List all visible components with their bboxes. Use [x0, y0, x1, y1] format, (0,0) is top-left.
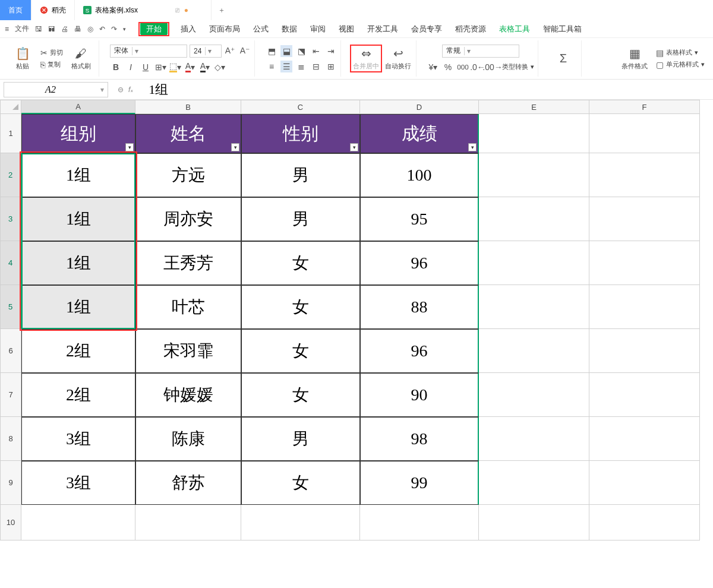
merge-center-button[interactable]: ⇔ 合并居中 — [352, 46, 380, 71]
redo-icon[interactable]: ↷ — [111, 25, 117, 33]
cell[interactable] — [479, 197, 589, 241]
cell[interactable] — [589, 241, 700, 285]
cell-gender[interactable]: 女 — [241, 461, 360, 505]
cell-group[interactable]: 3组 — [21, 461, 135, 505]
col-header-F[interactable]: F — [589, 100, 700, 114]
cell-score[interactable]: 90 — [360, 373, 479, 417]
cell[interactable] — [360, 505, 479, 540]
indent-increase-icon[interactable]: ⇥ — [325, 45, 337, 57]
row-header-1[interactable]: 1 — [0, 114, 21, 153]
col-header-B[interactable]: B — [135, 100, 241, 114]
wrap-text-button[interactable]: ↩ 自动换行 — [384, 46, 412, 71]
print-icon[interactable]: 🖶 — [74, 25, 81, 33]
menu-page-layout[interactable]: 页面布局 — [209, 24, 240, 34]
underline-button[interactable]: U — [140, 61, 152, 73]
increase-font-icon[interactable]: A⁺ — [224, 45, 236, 56]
app-menu-icon[interactable]: ≡ — [5, 25, 9, 33]
menu-start[interactable]: 开始 — [140, 23, 168, 35]
border-button[interactable]: ⊞▾ — [154, 61, 166, 73]
format-painter-button[interactable]: 🖌 格式刷 — [67, 47, 95, 71]
cell[interactable] — [589, 197, 700, 241]
align-center-icon[interactable]: ☰ — [280, 61, 292, 72]
col-header-D[interactable]: D — [360, 100, 479, 114]
cell[interactable] — [479, 153, 589, 197]
italic-button[interactable]: I — [125, 61, 137, 73]
col-header-C[interactable]: C — [241, 100, 360, 114]
cell[interactable] — [479, 114, 589, 153]
undo-icon[interactable]: ↶ — [99, 25, 105, 33]
align-right-icon[interactable]: ≣ — [295, 61, 307, 72]
select-all-corner[interactable] — [0, 100, 21, 114]
menu-table-tools[interactable]: 表格工具 — [499, 24, 530, 34]
cell[interactable] — [589, 505, 700, 540]
indent-decrease-icon[interactable]: ⇤ — [310, 45, 322, 57]
tab-home[interactable]: 首页 — [0, 0, 31, 20]
cell[interactable] — [589, 329, 700, 373]
menu-daoke-resources[interactable]: 稻壳资源 — [455, 24, 486, 34]
col-header-A[interactable]: A — [21, 100, 135, 114]
number-format-select[interactable]: 常规▾ — [442, 45, 519, 58]
cell-score[interactable]: 100 — [360, 153, 479, 197]
justify-icon[interactable]: ⊟ — [310, 61, 322, 72]
export-icon[interactable]: 🖨 — [61, 25, 68, 33]
cell-style-button[interactable]: ▢单元格样式▾ — [656, 60, 705, 69]
display-icon[interactable]: ⎚ — [175, 6, 179, 14]
decrease-font-icon[interactable]: A⁻ — [239, 45, 251, 56]
cell-score[interactable]: 99 — [360, 461, 479, 505]
row-header-6[interactable]: 6 — [0, 329, 21, 373]
cell-group[interactable]: 1组 — [21, 197, 135, 241]
cell[interactable] — [589, 461, 700, 505]
cell[interactable] — [479, 241, 589, 285]
cell-gender[interactable]: 男 — [241, 197, 360, 241]
cell[interactable] — [479, 417, 589, 461]
bold-button[interactable]: B — [110, 61, 122, 73]
menu-member[interactable]: 会员专享 — [411, 24, 442, 34]
percent-icon[interactable]: % — [442, 61, 454, 73]
cell-name[interactable]: 方远 — [135, 153, 241, 197]
table-header-name[interactable]: 姓名 — [135, 114, 241, 153]
menu-formula[interactable]: 公式 — [253, 24, 269, 34]
cell[interactable] — [589, 153, 700, 197]
row-header-10[interactable]: 10 — [0, 505, 21, 540]
cell[interactable] — [479, 505, 589, 540]
table-style-button[interactable]: ▤表格样式▾ — [656, 48, 705, 58]
new-tab-button[interactable]: ＋ — [212, 5, 232, 15]
cell[interactable] — [479, 329, 589, 373]
row-header-4[interactable]: 4 — [0, 241, 21, 285]
cell[interactable] — [135, 505, 241, 540]
autosum-button[interactable]: Σ — [549, 52, 578, 65]
font-color-button[interactable]: A▾ — [184, 61, 196, 73]
save-as-icon[interactable]: 🖬 — [48, 25, 55, 33]
cell-group[interactable]: 1组 — [21, 153, 135, 197]
align-middle-icon[interactable]: ⬓ — [280, 45, 292, 57]
cell[interactable] — [21, 505, 135, 540]
filter-icon[interactable] — [125, 143, 134, 151]
cell-name[interactable]: 叶芯 — [135, 285, 241, 329]
cond-format-button[interactable]: ▦ 条件格式 — [620, 46, 649, 71]
table-header-group[interactable]: 组别 — [21, 114, 135, 153]
tab-file[interactable]: S 表格案例.xlsx ⎚ ● — [75, 0, 212, 20]
cut-button[interactable]: ✂剪切 — [40, 48, 63, 58]
align-top-icon[interactable]: ⬒ — [266, 45, 277, 57]
cell-group[interactable]: 3组 — [21, 417, 135, 461]
cell[interactable] — [589, 373, 700, 417]
name-box[interactable]: A2 ▾ — [4, 82, 108, 97]
menu-review[interactable]: 审阅 — [310, 24, 326, 34]
cell-name[interactable]: 舒苏 — [135, 461, 241, 505]
filter-icon[interactable] — [468, 143, 477, 151]
decrease-decimal-icon[interactable]: .0← — [472, 61, 484, 73]
cell-score[interactable]: 98 — [360, 417, 479, 461]
cell[interactable] — [479, 461, 589, 505]
save-icon[interactable]: 🖫 — [35, 25, 42, 33]
row-header-9[interactable]: 9 — [0, 461, 21, 505]
cell-gender[interactable]: 男 — [241, 153, 360, 197]
cell-score[interactable]: 88 — [360, 285, 479, 329]
cell-name[interactable]: 陈康 — [135, 417, 241, 461]
filter-icon[interactable] — [231, 143, 239, 151]
cell[interactable] — [589, 114, 700, 153]
menu-insert[interactable]: 插入 — [181, 24, 196, 34]
clear-format-button[interactable]: ◇▾ — [214, 61, 226, 73]
row-header-5[interactable]: 5 — [0, 285, 21, 329]
menu-view[interactable]: 视图 — [339, 24, 354, 34]
cell-gender[interactable]: 女 — [241, 329, 360, 373]
